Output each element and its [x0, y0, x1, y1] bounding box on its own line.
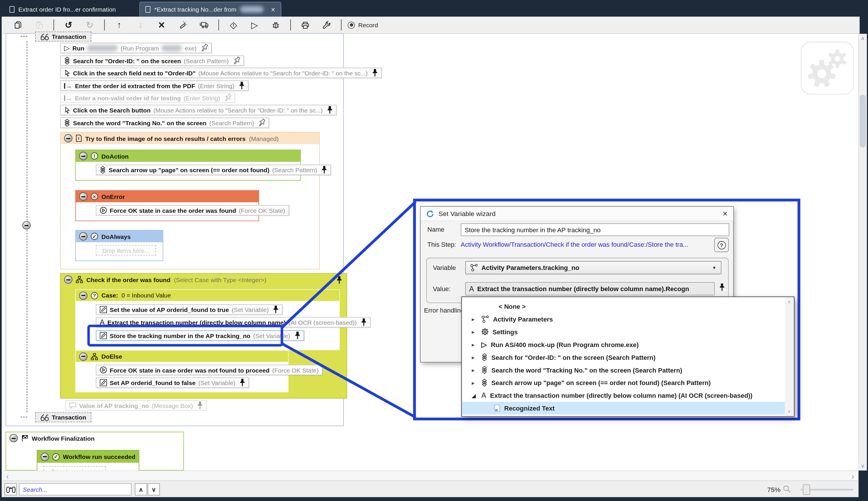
tree-item-extract-transaction-number[interactable]: A Extract the transaction number (direct… — [462, 389, 785, 402]
pin-icon[interactable] — [295, 331, 300, 340]
print-button[interactable] — [295, 21, 316, 29]
debug-button[interactable] — [265, 21, 286, 29]
find-next-button[interactable]: ∨ — [148, 483, 160, 495]
managed-header[interactable]: ! Try to find the image of no search res… — [61, 132, 319, 144]
tools-button[interactable] — [316, 21, 337, 29]
step-set-orderid-found-true[interactable]: Set the value of AP orderid_found to tru… — [96, 304, 283, 315]
step-search-tracking-no[interactable]: Search the word "Tracking No." on the sc… — [60, 117, 270, 128]
redo-button[interactable] — [79, 20, 100, 30]
collapse-transaction-button[interactable] — [22, 221, 31, 230]
move-down-button[interactable] — [130, 20, 151, 30]
doaction-header[interactable]: DoAction — [76, 150, 300, 162]
collapse-button[interactable] — [79, 232, 88, 241]
tab-extract-tracking-no[interactable]: *Extract tracking No...der from × — [139, 2, 281, 17]
expand-expanded-icon[interactable] — [472, 393, 477, 398]
tree-item-none[interactable]: < None > — [462, 300, 785, 312]
drop-zone[interactable]: Drop Items here... — [96, 245, 156, 255]
value-field[interactable]: A Extract the transaction number (direct… — [465, 282, 715, 296]
step-force-ok-found[interactable]: Force OK state in case the order was fou… — [96, 205, 289, 215]
tree-item-activity-parameters[interactable]: Activity Parameters — [462, 312, 785, 325]
pin-icon[interactable] — [240, 379, 245, 387]
dialog-title-bar[interactable]: Set Variable wizard — [421, 207, 733, 221]
run-button[interactable] — [244, 20, 265, 30]
transaction-end-header[interactable]: Transaction — [35, 412, 91, 422]
expand-collapsed-icon[interactable] — [472, 316, 477, 322]
tree-item-search-order-id[interactable]: Search for "Order-ID: " on the screen (S… — [462, 351, 785, 364]
scroll-left-icon[interactable]: ‹ — [6, 471, 9, 481]
collapse-button[interactable] — [79, 152, 88, 160]
pin-icon[interactable] — [321, 166, 327, 174]
step-force-ok-not-found[interactable]: Force OK state in case order was not fou… — [96, 365, 322, 375]
undo-button[interactable] — [58, 20, 79, 30]
horizontal-scrollbar[interactable]: ‹ › — [2, 471, 859, 480]
breakpoint-button[interactable] — [223, 20, 244, 30]
scroll-up-icon[interactable]: ∧ — [858, 34, 867, 43]
step-run-program[interactable]: Run (Run Program exe) — [60, 43, 212, 53]
expand-collapsed-icon[interactable] — [472, 342, 477, 347]
scroll-right-icon[interactable]: › — [851, 471, 854, 481]
pin-icon[interactable] — [361, 318, 367, 327]
close-tab-icon[interactable]: × — [271, 5, 275, 14]
help-button[interactable] — [714, 238, 729, 252]
step-message-box-tracking-no[interactable]: Value of AP tracking_no (Message Box) — [65, 400, 207, 411]
step-click-search-button[interactable]: Click on the Search button (Mouse Action… — [60, 105, 337, 115]
pin-icon[interactable] — [239, 82, 244, 90]
pin-icon[interactable] — [259, 119, 265, 127]
collapse-button[interactable] — [79, 291, 88, 299]
pin-icon[interactable] — [327, 106, 333, 114]
move-up-button[interactable] — [109, 20, 130, 30]
onerror-header[interactable]: OnError — [76, 191, 259, 202]
pin-icon[interactable] — [197, 401, 203, 410]
tree-item-recognized-text-selected[interactable]: Recognized Text — [462, 402, 785, 415]
tree-item-run-as400[interactable]: Run AS/400 mock-up (Run Program chrome.e… — [462, 338, 785, 351]
expand-collapsed-icon[interactable] — [472, 380, 477, 385]
dialog-close-icon[interactable]: × — [723, 209, 728, 218]
pin-icon[interactable] — [372, 69, 378, 77]
scroll-up-icon[interactable]: ∧ — [785, 297, 793, 306]
tree-item-settings[interactable]: Settings — [462, 325, 785, 338]
pin-icon[interactable] — [719, 283, 725, 292]
doalways-header[interactable]: DoAlways — [76, 231, 163, 242]
tree-item-search-tracking-no[interactable]: Search the word "Tracking No." on the sc… — [462, 364, 785, 376]
scroll-down-icon[interactable]: ∨ — [785, 407, 793, 416]
collapse-button[interactable] — [64, 275, 73, 284]
deploy-run-button[interactable] — [193, 21, 215, 29]
step-enter-order-id[interactable]: Enter the order id extracted from the PD… — [60, 80, 248, 91]
find-previous-button[interactable]: ∧ — [135, 483, 147, 495]
expand-collapsed-icon[interactable] — [472, 367, 477, 373]
pin-icon[interactable] — [224, 94, 231, 102]
copy-button[interactable] — [7, 21, 29, 29]
wizard-wand-button[interactable] — [172, 21, 193, 29]
step-store-tracking-number-selected[interactable]: Store the tracking number in the AP trac… — [96, 330, 304, 341]
collapse-button[interactable] — [41, 452, 49, 461]
check-header[interactable]: Check if the order was found (Select Cas… — [61, 274, 347, 285]
step-set-orderid-found-false[interactable]: Set AP orderid_found to false (Set Varia… — [96, 377, 250, 388]
paste-button[interactable] — [29, 21, 50, 29]
tree-item-search-arrow-up[interactable]: Search arrow up "page" on screen (== ord… — [462, 376, 785, 389]
finalization-header[interactable]: Workflow Finalization — [6, 432, 183, 444]
succeeded-header[interactable]: Workflow run succeeded — [37, 450, 139, 463]
name-field[interactable]: Store the tracking number in the AP trac… — [461, 223, 729, 236]
variable-dropdown[interactable]: Activity Parameters.tracking_no — [465, 261, 722, 274]
collapse-button[interactable] — [79, 192, 88, 201]
find-button[interactable] — [4, 483, 17, 495]
pin-icon[interactable] — [273, 305, 279, 314]
scrollbar-thumb[interactable] — [860, 95, 866, 148]
vertical-scrollbar[interactable]: ∧ ∨ — [858, 34, 867, 471]
search-input[interactable] — [19, 483, 131, 495]
tab-extract-order-id[interactable]: Extract order ID fro...er confirmation — [4, 2, 121, 17]
pin-icon[interactable] — [336, 276, 342, 285]
popup-scrollbar[interactable]: ∧ ∨ — [785, 297, 793, 415]
step-search-order-id[interactable]: Search for "Order-ID: " on the screen (S… — [60, 55, 244, 66]
record-button[interactable]: Record — [345, 21, 380, 29]
step-click-search-field[interactable]: Click in the search field next to "Order… — [60, 67, 382, 78]
step-search-arrow-up[interactable]: Search arrow up "page" on screen (== ord… — [96, 165, 331, 175]
pin-icon[interactable] — [233, 56, 240, 65]
collapse-button[interactable] — [79, 352, 88, 361]
doelse-header[interactable]: DoElse — [76, 351, 288, 362]
collapse-button[interactable] — [10, 434, 18, 443]
step-extract-transaction-number[interactable]: A Extract the transaction number (direct… — [96, 317, 371, 327]
scroll-down-icon[interactable]: ∨ — [858, 461, 867, 471]
pin-icon[interactable] — [201, 44, 208, 52]
step-enter-nonvalid-order-id[interactable]: Enter a non-valid order id for testing (… — [60, 93, 235, 103]
